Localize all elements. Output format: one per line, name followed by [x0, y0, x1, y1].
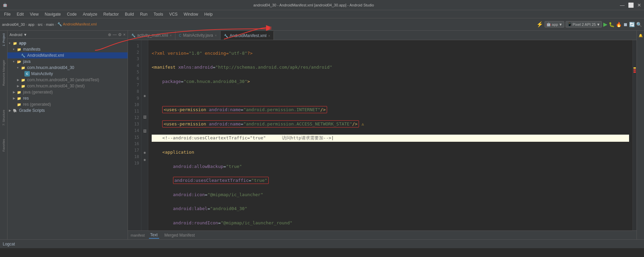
tree-item-androidmanifest[interactable]: 🔧 AndroidManifest.xml	[7, 52, 128, 58]
menu-run[interactable]: Run	[137, 11, 150, 17]
app-icon: 🤖	[3, 3, 7, 7]
tree-item-gradle-scripts[interactable]: ▶ 🐘 Gradle Scripts	[7, 107, 128, 114]
logcat-bar: Logcat	[0, 239, 644, 248]
tab-close-activity-main[interactable]: ×	[170, 34, 172, 37]
code-line-10: android:usesCleartextTraffic="true"	[152, 177, 629, 184]
code-content[interactable]: <?xml version="1.0" encoding="utf-8"?> <…	[148, 40, 632, 230]
close-btn[interactable]: ✕	[637, 2, 641, 8]
code-line-2: <manifest xmlns:android="http://schemas.…	[152, 64, 629, 71]
tree-item-app[interactable]: ▾ 📁 app	[7, 40, 128, 46]
editor-area: 🔧 activity_main.xml × C MainActivity.jav…	[128, 31, 637, 239]
right-sidebar: 🔔	[637, 31, 644, 239]
line-numbers: 12345 678910 1112131415 16171819	[128, 40, 141, 230]
app-dropdown-arrow: ▼	[559, 22, 563, 27]
menubar: File Edit View Navigate Code Analyze Ref…	[0, 10, 644, 18]
device-dropdown[interactable]: 📱 Pixel 2 API 25 ▼	[566, 21, 602, 28]
code-line-12: android:label="android04_30"	[152, 205, 629, 212]
tree-item-java-generated[interactable]: ▶ 📁 java (generated)	[7, 89, 128, 95]
code-line-4	[152, 92, 629, 100]
minimize-btn[interactable]: —	[620, 2, 625, 8]
breadcrumb-manifest[interactable]: 🔧 AndroidManifest.xml	[57, 22, 97, 27]
tree-item-res[interactable]: ▶ 📁 res	[7, 95, 128, 101]
run-btn[interactable]: ▶	[603, 21, 607, 28]
panel-icon-close[interactable]: ×	[123, 32, 126, 37]
profile-btn[interactable]: 🔥	[616, 22, 622, 27]
menu-build[interactable]: Build	[122, 11, 137, 17]
code-line-7: <!--android:usesCleartextTraffic="true" …	[152, 135, 629, 142]
code-line-11: android:icon="@mipmap/ic_launcher"	[152, 191, 629, 199]
toolbar-actions: ⚡ 🤖 app ▼ 📱 Pixel 2 API 25 ▼ ▶ 🐛 🔥 ⏹ 🔄 🔍	[536, 21, 642, 28]
tab-mainactivity[interactable]: C MainActivity.java ×	[175, 31, 221, 40]
tree-item-manifests[interactable]: ▾ 📁 manifests	[7, 46, 128, 52]
panel-icon-settings[interactable]: ⚙	[118, 32, 122, 37]
sidebar-item-project[interactable]: 1: Project	[0, 32, 7, 48]
breadcrumb-app[interactable]: app	[28, 22, 34, 27]
stop-btn[interactable]: ⏹	[623, 22, 628, 27]
window-controls[interactable]: — ⬜ ✕	[620, 2, 641, 8]
menu-navigate[interactable]: Navigate	[42, 11, 63, 17]
breadcrumb-main[interactable]: main	[46, 22, 54, 27]
menu-window[interactable]: Window	[181, 11, 201, 17]
tree-item-package[interactable]: ▾ 📁 com.hnucm.android04_30	[7, 65, 128, 71]
tab-close-androidmanifest[interactable]: ×	[268, 34, 270, 38]
panel-icon-add[interactable]: ⊕	[108, 32, 111, 37]
menu-analyze[interactable]: Analyze	[80, 11, 100, 17]
app-dropdown-icon: 🤖	[546, 22, 551, 27]
sidebar-item-structure[interactable]: 7: Structure	[0, 108, 7, 127]
menu-tools[interactable]: Tools	[151, 11, 166, 17]
tab-merged-manifest[interactable]: Merged Manifest	[163, 232, 196, 238]
tab-label-mainactivity: MainActivity.java	[183, 33, 213, 38]
menu-view[interactable]: View	[27, 11, 41, 17]
tree-item-androidtest[interactable]: ▶ 📁 com.hnucm.android04_30 (androidTest)	[7, 77, 128, 83]
sync-project-btn[interactable]: 🔄	[629, 22, 635, 27]
menu-file[interactable]: File	[1, 11, 13, 17]
right-gutter	[632, 40, 637, 230]
tree-item-mainactivity[interactable]: C MainActivity	[7, 71, 128, 77]
tree-item-java[interactable]: ▾ 📂 java	[7, 58, 128, 65]
tab-activity-main[interactable]: 🔧 activity_main.xml ×	[128, 31, 175, 40]
code-line-6: <uses-permission android:name="android.p…	[152, 121, 629, 128]
breadcrumb-src[interactable]: src	[38, 22, 43, 27]
toolbar: android04_30 › app › src › main › 🔧 Andr…	[0, 18, 644, 31]
sync-icon[interactable]: ⚡	[536, 21, 543, 28]
breadcrumb-project[interactable]: android04_30	[2, 22, 25, 27]
tab-androidmanifest[interactable]: 🔧 AndroidManifest.xml ×	[221, 31, 274, 40]
panel-icon-minimize[interactable]: —	[113, 32, 117, 37]
menu-vcs[interactable]: VCS	[167, 11, 181, 17]
sidebar-item-resource-manager[interactable]: Resource Manager	[0, 58, 7, 87]
app-dropdown-label: app	[552, 22, 558, 27]
window-title: android04_30 - AndroidManifest.xml [andr…	[7, 3, 620, 7]
manifest-label: manifest	[131, 233, 145, 237]
tab-text[interactable]: Text	[149, 232, 159, 239]
tree-item-test[interactable]: ▶ 📁 com.hnucm.android04_30 (test)	[7, 83, 128, 89]
debug-btn[interactable]: 🐛	[609, 22, 614, 27]
code-line-8: <application	[152, 149, 629, 156]
menu-code[interactable]: Code	[64, 11, 79, 17]
menu-help[interactable]: Help	[202, 11, 215, 17]
right-sidebar-notifications[interactable]: 🔔	[637, 32, 644, 39]
maximize-btn[interactable]: ⬜	[628, 2, 634, 8]
tree-item-res-generated[interactable]: 📁 res (generated)	[7, 101, 128, 107]
search-everywhere-btn[interactable]: 🔍	[636, 22, 642, 27]
tab-label-androidmanifest: AndroidManifest.xml	[230, 33, 267, 38]
editor-tabs: 🔧 activity_main.xml × C MainActivity.jav…	[128, 31, 637, 40]
code-line-3: package="com.hnucm.android04_30">	[152, 78, 629, 85]
main-layout: 1: Project Resource Manager 7: Structure…	[0, 31, 644, 239]
tab-icon-activity-main: 🔧	[131, 34, 135, 37]
menu-refactor[interactable]: Refactor	[101, 11, 121, 17]
code-line-1: <?xml version="1.0" encoding="utf-8"?>	[152, 50, 629, 57]
file-tree: ▾ 📁 app ▾ 📁 manifests 🔧 An	[7, 39, 128, 239]
tab-close-mainactivity[interactable]: ×	[215, 34, 217, 37]
bottom-tabs-area: manifest Text Merged Manifest	[128, 230, 637, 239]
sidebar-item-favorites[interactable]: Favorites	[0, 138, 7, 153]
code-line-5: <uses-permission android:name="android.p…	[152, 106, 629, 114]
logcat-label[interactable]: Logcat	[3, 242, 15, 246]
breadcrumb: android04_30 › app › src › main › 🔧 Andr…	[2, 22, 535, 27]
panel-header-icons: ⊕ — ⚙ ×	[108, 32, 126, 37]
menu-edit[interactable]: Edit	[14, 11, 26, 17]
code-gutter: ◉ 🖼 🖼 ◉ ◉	[141, 40, 148, 230]
app-dropdown[interactable]: 🤖 app ▼	[545, 21, 564, 28]
panel-title: Android ▼	[10, 33, 107, 37]
device-dropdown-arrow: ▼	[596, 22, 600, 27]
project-panel: Android ▼ ⊕ — ⚙ × ▾ 📁 app ▾	[7, 31, 128, 239]
